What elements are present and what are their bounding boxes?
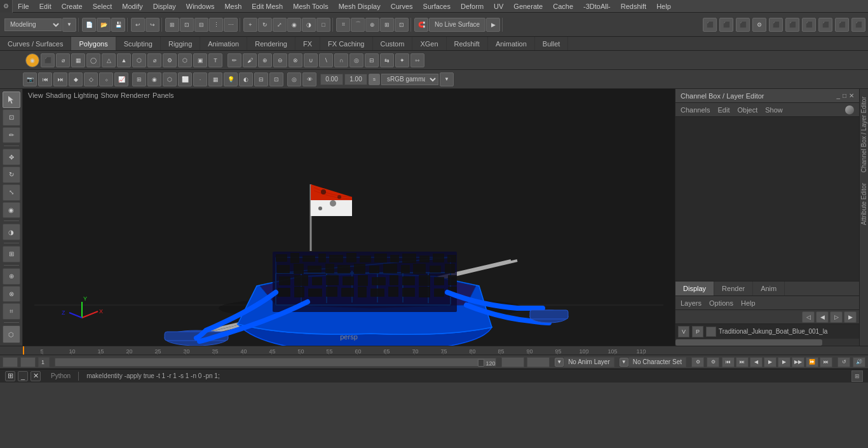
tab-custom[interactable]: Custom: [373, 37, 413, 50]
hud-btn[interactable]: ⊡: [269, 72, 283, 86]
menu-cache[interactable]: Cache: [548, 1, 578, 11]
gamma-input[interactable]: [320, 74, 343, 85]
layer-prev2-btn[interactable]: ◀: [816, 311, 829, 323]
anim-layer-chevron[interactable]: ▼: [555, 358, 564, 367]
paint-select-btn[interactable]: ✏: [3, 127, 20, 144]
open-btn[interactable]: 📂: [97, 18, 111, 32]
cb-nav-show[interactable]: Show: [765, 106, 783, 114]
menu-mesh-display[interactable]: Mesh Display: [334, 1, 386, 11]
viewport[interactable]: View Shading Lighting Show Renderer Pane…: [23, 89, 675, 346]
vtab-channel-box[interactable]: Channel Box / Layer Editor: [859, 92, 868, 178]
menu-generate[interactable]: Generate: [508, 1, 548, 11]
pb-ffwd-btn[interactable]: ⏭: [820, 357, 832, 367]
vis-btn[interactable]: 👁: [302, 72, 316, 86]
playback-end-input[interactable]: 120: [501, 357, 524, 367]
menu-help[interactable]: Help: [651, 1, 676, 11]
viewport-panels-menu[interactable]: Panels: [153, 92, 174, 99]
win-minimize-btn[interactable]: _: [18, 371, 28, 381]
menu-curves[interactable]: Curves: [386, 1, 418, 11]
tab-animation[interactable]: Animation: [200, 37, 247, 50]
menu-display[interactable]: Display: [148, 1, 181, 11]
tab-animation2[interactable]: Animation: [488, 37, 535, 50]
toolbar-right-2[interactable]: ⬛: [818, 18, 832, 32]
range-slider-end[interactable]: 120: [478, 359, 484, 367]
poly-type-btn[interactable]: T: [208, 53, 222, 67]
viewport-lighting-menu[interactable]: Lighting: [74, 92, 98, 99]
new-btn[interactable]: 📄: [82, 18, 96, 32]
tab-sculpting[interactable]: Sculpting: [116, 37, 161, 50]
soft-mod-btn[interactable]: ◑: [302, 18, 316, 32]
key-btn[interactable]: ◆: [69, 72, 83, 86]
lights-btn[interactable]: 💡: [224, 72, 238, 86]
render-settings-btn[interactable]: ⚙: [752, 18, 766, 32]
live-options-btn[interactable]: ▶: [486, 18, 500, 32]
lasso-btn[interactable]: ⊡: [3, 109, 20, 126]
texture-btn[interactable]: ▦: [208, 72, 222, 86]
poly-plane-btn[interactable]: ▦: [71, 53, 85, 67]
select-tool-btn[interactable]: [3, 92, 20, 108]
menu-edit[interactable]: Edit: [34, 1, 57, 11]
camera-btn[interactable]: 📷: [23, 72, 37, 86]
snap-grid-btn[interactable]: ⋮: [209, 18, 223, 32]
shadow-btn[interactable]: ◐: [239, 72, 253, 86]
snap-tool-btn[interactable]: ⌗: [3, 303, 20, 320]
transfer-btn[interactable]: ⇆: [380, 53, 394, 67]
colorspace-options[interactable]: ▼: [440, 72, 454, 86]
snap-grid2-btn[interactable]: ⌗: [336, 18, 350, 32]
frame-start-input[interactable]: 1: [3, 357, 18, 367]
viewport-shading-menu[interactable]: Shading: [46, 92, 71, 99]
menu-deform[interactable]: Deform: [456, 1, 489, 11]
tab-curves-surfaces[interactable]: Curves / Surfaces: [0, 37, 71, 50]
hypershade-btn[interactable]: ⬛: [769, 18, 783, 32]
render-seq-btn[interactable]: ⬛: [719, 18, 733, 32]
snap-curve-btn[interactable]: ⋯: [224, 18, 238, 32]
menu-create[interactable]: Create: [57, 1, 88, 11]
magnet-btn[interactable]: 🧲: [414, 18, 428, 32]
range-settings-btn[interactable]: ⚙: [707, 357, 719, 367]
menu-file[interactable]: File: [13, 1, 34, 11]
tab-polygons[interactable]: Polygons: [71, 37, 116, 50]
loop-btn[interactable]: ↺: [837, 357, 850, 367]
select-by-hierarchy-btn[interactable]: ⊞: [165, 18, 179, 32]
menu-edit-mesh[interactable]: Edit Mesh: [247, 1, 288, 11]
universal-manip-btn[interactable]: ◉: [287, 18, 301, 32]
color-indicator[interactable]: [845, 105, 854, 114]
pb-play-fwd-btn[interactable]: ▶: [778, 357, 790, 367]
tab-rigging[interactable]: Rigging: [161, 37, 200, 50]
menu-3dtall[interactable]: -3DtoAll-: [578, 1, 616, 11]
layer-color-swatch[interactable]: [706, 327, 716, 337]
mode-options-btn[interactable]: ▼: [62, 18, 76, 32]
colorspace-select[interactable]: sRGB gamma: [381, 74, 438, 85]
toolbar-right-3[interactable]: ⬛: [835, 18, 849, 32]
poly-sphere-btn[interactable]: ◉: [25, 53, 39, 67]
snap-view-btn[interactable]: ⊞: [380, 18, 394, 32]
sketch-btn[interactable]: ✏: [227, 53, 241, 67]
rotate-tool-btn[interactable]: ↻: [3, 166, 20, 183]
poly-cube-btn[interactable]: ⬛: [41, 53, 55, 67]
move-tool-btn[interactable]: ✥: [3, 149, 20, 165]
smooth-shade-btn[interactable]: ◉: [147, 72, 161, 86]
menu-surfaces[interactable]: Surfaces: [418, 1, 456, 11]
isolate-btn[interactable]: ◎: [287, 72, 301, 86]
win-close-btn[interactable]: ✕: [31, 371, 41, 381]
grid-btn[interactable]: ⊟: [254, 72, 268, 86]
layer-scrollbar-thumb[interactable]: [675, 339, 822, 346]
live-surface-btn[interactable]: No Live Surface: [429, 18, 485, 32]
poly-svg-btn[interactable]: ▣: [193, 53, 207, 67]
channel-box-close-btn[interactable]: ✕: [849, 92, 854, 99]
poly-prism-btn[interactable]: △: [102, 53, 116, 67]
layer-add2-btn[interactable]: ▶: [844, 311, 857, 323]
combine-btn[interactable]: ⊕: [258, 53, 272, 67]
win-icon-btn[interactable]: ⊞: [5, 371, 15, 381]
channel-box-maximize-btn[interactable]: □: [843, 92, 846, 99]
snap-point-btn[interactable]: ⊕: [365, 18, 379, 32]
tab-fx-caching[interactable]: FX Caching: [320, 37, 372, 50]
select-by-component-btn[interactable]: ⊡: [180, 18, 194, 32]
pb-next-frame-btn[interactable]: ▶▶: [792, 357, 804, 367]
script-editor-btn-right[interactable]: ⊞: [851, 370, 863, 382]
channel-box-minimize-btn[interactable]: _: [836, 92, 840, 99]
layer-tab-render[interactable]: Render: [714, 282, 753, 295]
menu-mesh[interactable]: Mesh: [219, 1, 247, 11]
save-btn[interactable]: 💾: [111, 18, 125, 32]
flat-shade-btn[interactable]: ⬡: [163, 72, 177, 86]
